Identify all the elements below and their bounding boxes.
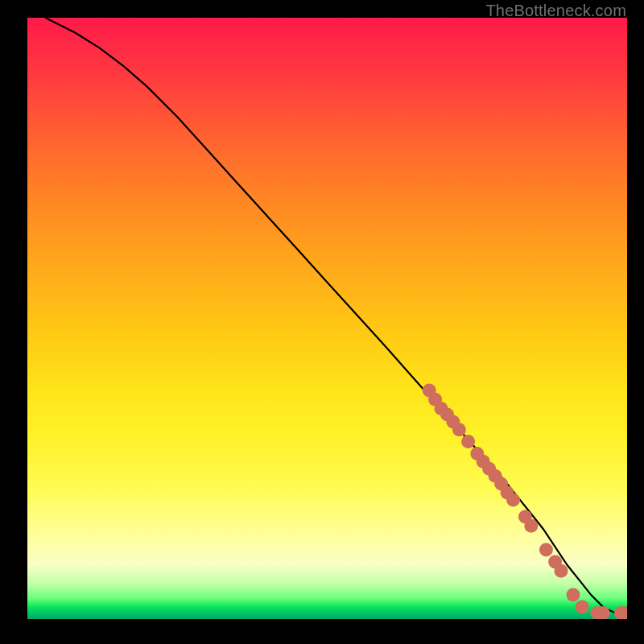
data-marker [539,543,553,557]
chart-overlay [27,18,627,619]
chart-frame: TheBottleneck.com [0,0,644,644]
data-marker [452,423,466,436]
markers-group [423,384,627,619]
data-marker [524,519,538,533]
attribution-text: TheBottleneck.com [485,2,626,20]
data-marker [576,601,589,614]
data-marker [567,588,580,602]
data-marker [506,493,520,507]
data-marker [555,564,568,578]
bottleneck-curve [45,18,627,613]
data-marker [461,435,475,448]
